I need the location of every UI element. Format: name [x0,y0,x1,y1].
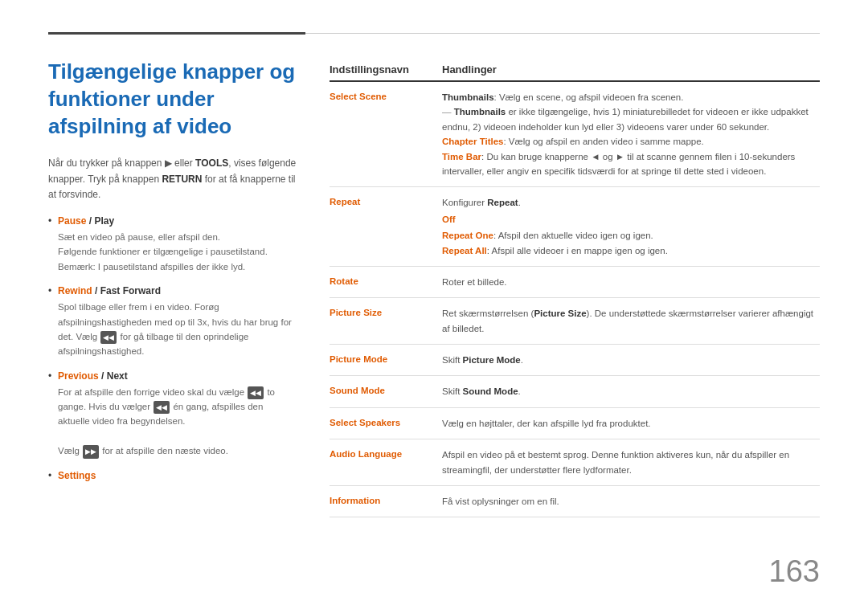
prev-icon: ◀◀ [248,386,264,399]
table-header: Indstillingsnavn Handlinger [330,59,820,82]
return-keyword: RETURN [162,174,202,185]
table-row-repeat: Repeat Konfigurer Repeat. Off Repeat One… [330,187,820,267]
list-item-settings: Settings [48,470,297,481]
top-line-thin [305,33,820,34]
bullet-body-previous-next: For at afspille den forrige video skal d… [58,385,297,459]
next-icon: ▶▶ [83,445,99,458]
right-column: Indstillingsnavn Handlinger Select Scene… [330,59,820,581]
header-col1: Indstillingsnavn [330,63,442,76]
next-label: Next [107,370,128,382]
rewind-icon: ◀◀ [100,331,117,344]
thumbnails-bold: Thumbnails [442,92,494,102]
row-name-audio-language: Audio Language [330,447,442,459]
chapter-titles-bold: Chapter Titles [442,137,503,146]
row-action-repeat: Konfigurer Repeat. Off Repeat One: Afspi… [442,195,820,258]
repeat-bold: Repeat [487,198,518,207]
tools-keyword: TOOLS [195,157,228,169]
sound-mode-bold: Sound Mode [463,386,518,396]
row-name-sound-mode: Sound Mode [330,384,442,395]
left-column: Tilgængelige knapper og funktioner under… [48,59,297,581]
prev-icon-2: ◀◀ [154,401,170,414]
bullet-title-pause-play: Pause / Play [58,215,297,227]
row-action-audio-language: Afspil en video på et bestemt sprog. Den… [442,447,820,477]
row-action-information: Få vist oplysninger om en fil. [442,494,820,509]
slash-2: / [92,285,100,296]
repeat-one-bold: Repeat One [442,231,493,240]
em-dash: — [442,107,452,116]
rewind-label: Rewind [58,285,92,296]
page-title: Tilgængelige knapper og funktioner under… [48,59,297,140]
row-name-select-scene: Select Scene [330,90,442,101]
table-row-rotate: Rotate Roter et billede. [330,267,820,298]
bullet-body-pause-play: Sæt en video på pause, eller afspil den.… [58,230,297,274]
row-name-picture-mode: Picture Mode [330,353,442,364]
top-line-thick [48,32,305,35]
bullet-title-settings: Settings [58,470,297,481]
table-row-select-scene: Select Scene Thumbnails: Vælg en scene, … [330,82,820,187]
row-name-rotate: Rotate [330,275,442,286]
row-action-select-scene: Thumbnails: Vælg en scene, og afspil vid… [442,90,820,178]
table-row-picture-mode: Picture Mode Skift Picture Mode. [330,345,820,376]
table-row-information: Information Få vist oplysninger om en fi… [330,486,820,517]
table-row-picture-size: Picture Size Ret skærmstørrelsen (Pictur… [330,298,820,345]
row-action-sound-mode: Skift Sound Mode. [442,384,820,398]
time-bar-bold: Time Bar [442,152,481,161]
bullet-title-rewind-ff: Rewind / Fast Forward [58,285,297,296]
table-row-sound-mode: Sound Mode Skift Sound Mode. [330,376,820,407]
chapter-titles-text: : Vælg og afspil en anden video i samme … [503,137,703,146]
page-number: 163 [769,554,820,589]
bullet-list: Pause / Play Sæt en video på pause, elle… [48,215,297,481]
previous-label: Previous [58,370,99,382]
off-label: Off [442,212,820,227]
table-row-select-speakers: Select Speakers Vælg en højttaler, der k… [330,408,820,439]
row-action-picture-size: Ret skærmstørrelsen (Picture Size). De u… [442,306,820,336]
time-bar-text: : Du kan bruge knapperne ◄ og ► til at s… [442,152,795,176]
intro-text: Når du trykker på knappen ▶ eller TOOLS,… [48,156,297,202]
picture-mode-bold: Picture Mode [463,355,521,365]
repeat-all-bold: Repeat All [442,246,487,255]
settings-label: Settings [58,470,96,481]
row-action-rotate: Roter et billede. [442,275,820,289]
slash-1: / [86,215,94,227]
row-action-picture-mode: Skift Picture Mode. [442,353,820,367]
list-item-rewind-ff: Rewind / Fast Forward Spol tilbage eller… [48,285,297,359]
ff-label: Fast Forward [100,285,161,296]
table-row-audio-language: Audio Language Afspil en video på et bes… [330,439,820,486]
list-item-previous-next: Previous / Next For at afspille den forr… [48,370,297,459]
row-name-repeat: Repeat [330,195,442,206]
thumbnails-note: Thumbnails er ikke tilgængelige, hvis 1)… [442,107,809,131]
row-name-select-speakers: Select Speakers [330,416,442,427]
picture-size-bold: Picture Size [534,309,586,318]
pause-label: Pause [58,215,86,227]
slash-3: / [99,370,107,382]
bullet-title-previous-next: Previous / Next [58,370,297,382]
row-name-information: Information [330,494,442,505]
header-col2: Handlinger [442,63,820,76]
row-action-select-speakers: Vælg en højttaler, der kan afspille lyd … [442,416,820,431]
play-label: Play [94,215,114,227]
content-area: Tilgængelige knapper og funktioner under… [48,59,820,581]
row-name-picture-size: Picture Size [330,306,442,317]
list-item-pause-play: Pause / Play Sæt en video på pause, elle… [48,215,297,274]
page-container: Tilgængelige knapper og funktioner under… [0,0,868,613]
bullet-body-rewind-ff: Spol tilbage eller frem i en video. Forø… [58,300,297,359]
top-decorative-line [48,32,820,35]
